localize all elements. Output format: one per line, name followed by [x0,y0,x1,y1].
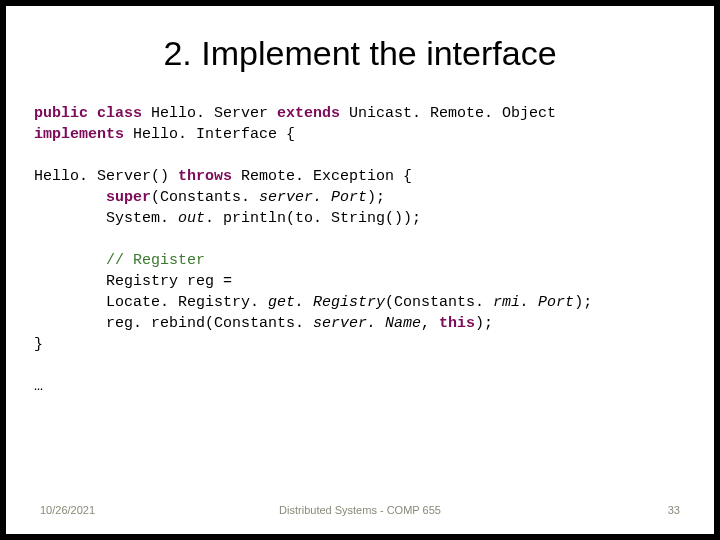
txt-rebind1: reg. rebind(Constants. [34,315,313,332]
kw-implements: implements [34,126,133,143]
txt-println1: System. [34,210,178,227]
slide-title: 2. Implement the interface [34,34,686,73]
txt-class-name: Hello. Server [151,105,277,122]
txt-paren3: ); [475,315,493,332]
txt-ellipsis: … [34,378,43,395]
indent2 [34,252,106,269]
txt-close-brace: } [34,336,43,353]
txt-exception: Remote. Exception { [241,168,412,185]
it-out: out [178,210,205,227]
it-get-registry: get. Registry [268,294,385,311]
kw-super: super [106,189,151,206]
txt-interface: Hello. Interface { [133,126,295,143]
it-rmi-port: rmi. Port [493,294,574,311]
indent [34,189,106,206]
kw-this: this [439,315,475,332]
txt-locate2: (Constants. [385,294,493,311]
it-server-name: server. Name [313,315,421,332]
txt-println2: . println(to. String()); [205,210,421,227]
it-server-port: server. Port [259,189,367,206]
txt-paren1: ); [367,189,385,206]
txt-registry-decl: Registry reg = [34,273,232,290]
kw-public-class: public class [34,105,151,122]
txt-paren2: ); [574,294,592,311]
kw-throws: throws [178,168,241,185]
slide: 2. Implement the interface public class … [6,6,714,534]
code-block: public class Hello. Server extends Unica… [34,103,686,397]
txt-locate1: Locate. Registry. [34,294,268,311]
txt-comma: , [421,315,439,332]
comment-register: // Register [106,252,205,269]
txt-superclass: Unicast. Remote. Object [349,105,556,122]
txt-super-arg1: (Constants. [151,189,259,206]
slide-footer: 10/26/2021 Distributed Systems - COMP 65… [6,504,714,516]
txt-ctor: Hello. Server() [34,168,178,185]
footer-center: Distributed Systems - COMP 655 [6,504,714,516]
kw-extends: extends [277,105,349,122]
